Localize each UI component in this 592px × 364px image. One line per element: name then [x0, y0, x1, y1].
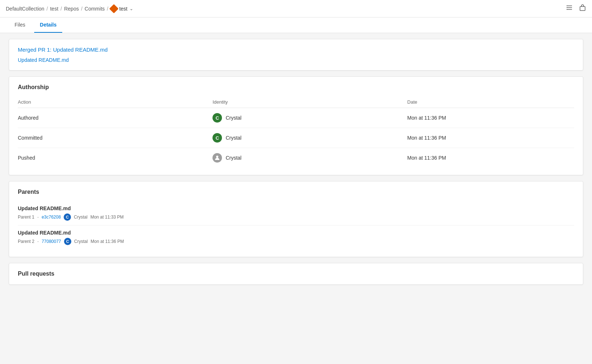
bag-icon[interactable]: [579, 4, 586, 13]
parent-item-0: Updated README.mdParent 1-e3c76208CCryst…: [18, 201, 574, 225]
parent-label-0: Parent 1: [18, 215, 34, 220]
identity-name-2: Crystal: [226, 155, 242, 161]
auth-identity-1: CCrystal: [212, 128, 407, 148]
parent-hash-0[interactable]: e3c76208: [41, 215, 61, 220]
parent-sep-1: -: [37, 239, 39, 244]
parents-title: Parents: [18, 189, 574, 195]
auth-action-1: Committed: [18, 128, 212, 148]
auth-action-2: Pushed: [18, 148, 212, 168]
tabs-bar: Files Details: [0, 17, 592, 33]
parent-sep-0: -: [37, 215, 39, 220]
parent-author-name-1: Crystal: [74, 239, 88, 244]
breadcrumb: DefaultCollection / test / Repos / Commi…: [6, 5, 133, 12]
breadcrumb-current-repo: test ⌄: [111, 5, 134, 12]
breadcrumb-sep-3: /: [81, 6, 83, 12]
identity-name-0: Crystal: [226, 115, 242, 121]
parent-commit-title-1[interactable]: Updated README.md: [18, 230, 574, 236]
svg-point-4: [567, 7, 567, 8]
breadcrumb-repos[interactable]: Repos: [64, 6, 79, 12]
commit-title[interactable]: Merged PR 1: Updated README.md: [18, 47, 574, 53]
svg-point-3: [567, 5, 567, 6]
breadcrumb-commits[interactable]: Commits: [85, 6, 105, 12]
parent-hash-1[interactable]: 77080077: [41, 239, 61, 244]
breadcrumb-collection[interactable]: DefaultCollection: [6, 6, 44, 12]
col-header-date: Date: [407, 96, 574, 108]
auth-action-0: Authored: [18, 108, 212, 128]
parent-avatar-0: C: [64, 213, 71, 221]
breadcrumb-sep-2: /: [60, 6, 62, 12]
pull-requests-card: Pull requests: [9, 263, 583, 285]
identity-name-1: Crystal: [226, 135, 242, 141]
commit-message-card: Merged PR 1: Updated README.md Updated R…: [9, 39, 583, 71]
svg-point-7: [216, 156, 218, 158]
authorship-card: Authorship Action Identity Date Authored…: [9, 76, 583, 175]
parent-meta-0: Parent 1-e3c76208CCrystalMon at 11:33 PM: [18, 213, 574, 221]
tab-details[interactable]: Details: [34, 17, 63, 33]
authorship-row: CommittedCCrystalMon at 11:36 PM: [18, 128, 574, 148]
avatar-2: [212, 153, 222, 163]
auth-identity-0: CCrystal: [212, 108, 407, 128]
parent-meta-1: Parent 2-77080077CCrystalMon at 11:36 PM: [18, 238, 574, 245]
commit-subtitle[interactable]: Updated README.md: [18, 57, 574, 63]
repo-icon: [109, 4, 118, 13]
parent-author-name-0: Crystal: [74, 215, 87, 220]
authorship-row: AuthoredCCrystalMon at 11:36 PM: [18, 108, 574, 128]
breadcrumb-project[interactable]: test: [50, 6, 59, 12]
parent-date-1: Mon at 11:36 PM: [91, 239, 124, 244]
authorship-table: Action Identity Date AuthoredCCrystalMon…: [18, 96, 574, 168]
breadcrumb-sep-4: /: [107, 6, 108, 12]
parent-date-0: Mon at 11:33 PM: [90, 215, 123, 220]
parent-avatar-1: C: [64, 238, 71, 245]
pull-requests-title: Pull requests: [18, 271, 574, 277]
auth-identity-2: Crystal: [212, 148, 407, 168]
top-bar: DefaultCollection / test / Repos / Commi…: [0, 0, 592, 17]
col-header-identity: Identity: [212, 96, 407, 108]
tab-files[interactable]: Files: [9, 17, 31, 33]
auth-date-2: Mon at 11:36 PM: [407, 148, 574, 168]
list-icon[interactable]: [566, 4, 573, 13]
avatar-0: C: [212, 113, 222, 123]
svg-point-5: [567, 9, 567, 10]
parent-commit-title-0[interactable]: Updated README.md: [18, 205, 574, 211]
auth-date-0: Mon at 11:36 PM: [407, 108, 574, 128]
authorship-row: PushedCrystalMon at 11:36 PM: [18, 148, 574, 168]
page-content: Merged PR 1: Updated README.md Updated R…: [0, 33, 592, 296]
svg-rect-6: [580, 7, 585, 11]
parents-card: Parents Updated README.mdParent 1-e3c762…: [9, 181, 583, 257]
auth-date-1: Mon at 11:36 PM: [407, 128, 574, 148]
parents-list: Updated README.mdParent 1-e3c76208CCryst…: [18, 201, 574, 249]
breadcrumb-sep-1: /: [47, 6, 48, 12]
avatar-1: C: [212, 133, 222, 143]
authorship-title: Authorship: [18, 84, 574, 91]
chevron-down-icon[interactable]: ⌄: [130, 6, 133, 11]
current-repo-name: test: [119, 6, 128, 12]
col-header-action: Action: [18, 96, 212, 108]
top-bar-actions: [566, 4, 586, 13]
parent-label-1: Parent 2: [18, 239, 34, 244]
parent-item-1: Updated README.mdParent 2-77080077CCryst…: [18, 225, 574, 249]
